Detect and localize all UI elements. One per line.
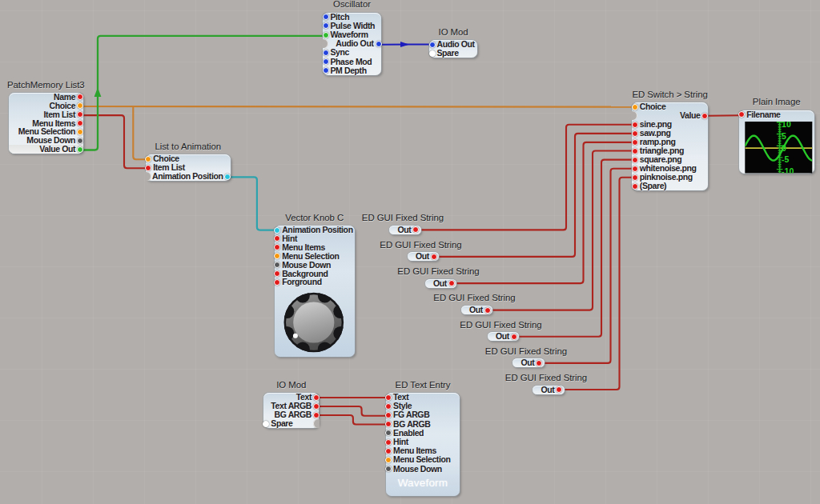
svg-text:-5: -5 (782, 154, 789, 164)
svg-text:-10: -10 (782, 166, 794, 174)
svg-text:0: 0 (782, 142, 786, 152)
svg-text:10: 10 (782, 119, 791, 129)
svg-text:5: 5 (782, 131, 786, 141)
